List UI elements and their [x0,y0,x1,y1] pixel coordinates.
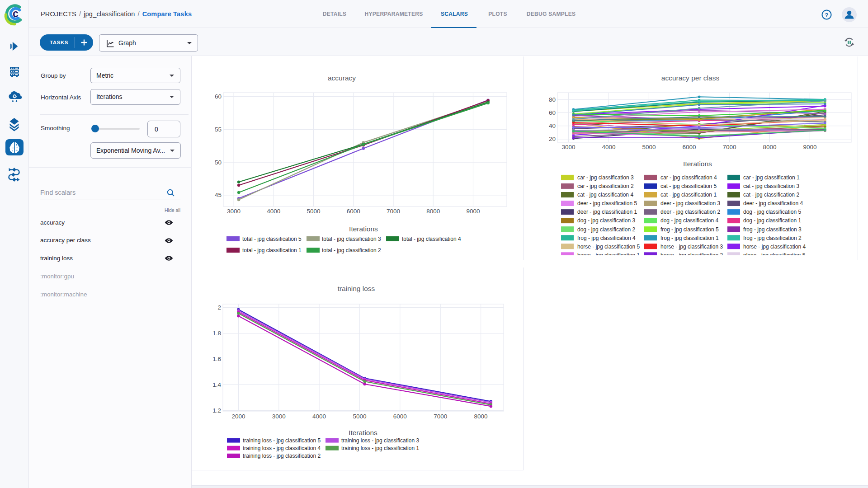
svg-text:60: 60 [549,109,556,116]
svg-text:9000: 9000 [803,144,816,150]
svg-text:7000: 7000 [434,413,447,420]
svg-text:40: 40 [549,122,556,129]
svg-text:frog - jpg classification 2: frog - jpg classification 2 [743,235,802,241]
svg-text:20: 20 [549,136,556,142]
svg-text:45: 45 [215,192,222,198]
svg-text:training loss - jpg classifica: training loss - jpg classification 1 [341,445,419,451]
svg-text:total - jpg classification 5: total - jpg classification 5 [242,236,302,242]
svg-text:1.2: 1.2 [212,407,221,414]
svg-text:8000: 8000 [474,413,488,420]
svg-text:car - jpg classification 3: car - jpg classification 3 [577,174,634,181]
svg-text:3000: 3000 [227,208,241,215]
svg-text:8000: 8000 [763,144,776,150]
svg-text:training loss - jpg classifica: training loss - jpg classification 2 [243,453,321,459]
svg-text:5000: 5000 [353,413,366,420]
svg-text:accuracy: accuracy [328,74,356,82]
svg-text:2000: 2000 [231,413,245,420]
svg-text:dog - jpg classification 2: dog - jpg classification 2 [577,226,635,233]
svg-text:training loss: training loss [338,285,375,292]
svg-text:cat - jpg classification 2: cat - jpg classification 2 [743,192,799,198]
svg-text:4000: 4000 [267,208,280,215]
svg-text:?: ? [825,12,829,19]
svg-text:total - jpg classification 4: total - jpg classification 4 [402,236,461,242]
svg-text:dog - jpg classification 3: dog - jpg classification 3 [577,217,635,224]
svg-text:training loss - jpg classifica: training loss - jpg classification 5 [243,437,321,444]
svg-text:3000: 3000 [272,413,286,420]
svg-text:deer - jpg classification 2: deer - jpg classification 2 [660,209,720,215]
svg-text:frog - jpg classification 5: frog - jpg classification 5 [660,226,719,233]
svg-text:1.6: 1.6 [212,356,221,362]
svg-text:training loss - jpg classifica: training loss - jpg classification 4 [243,445,321,451]
svg-text:frog - jpg classification 1: frog - jpg classification 1 [660,235,719,241]
svg-text:9000: 9000 [466,208,480,215]
svg-text:car - jpg classification 2: car - jpg classification 2 [577,183,634,189]
svg-text:cat - jpg classification 4: cat - jpg classification 4 [577,192,633,198]
svg-text:8000: 8000 [426,208,440,215]
svg-text:horse - jpg classification 3: horse - jpg classification 3 [660,244,723,250]
svg-text:Iterations: Iterations [349,225,378,233]
svg-text:deer - jpg classification 5: deer - jpg classification 5 [577,200,637,206]
svg-text:2: 2 [217,304,221,311]
svg-text:cat - jpg classification 1: cat - jpg classification 1 [660,192,717,198]
svg-text:training loss - jpg classifica: training loss - jpg classification 3 [341,437,419,444]
svg-text:total - jpg classification 2: total - jpg classification 2 [322,247,381,253]
svg-text:80: 80 [549,96,556,103]
svg-text:55: 55 [215,126,222,133]
svg-text:4000: 4000 [312,413,326,420]
svg-text:deer - jpg classification 1: deer - jpg classification 1 [577,209,637,215]
svg-text:6000: 6000 [347,208,360,215]
svg-text:deer - jpg classification 3: deer - jpg classification 3 [660,200,720,206]
svg-text:car - jpg classification 4: car - jpg classification 4 [660,174,717,181]
svg-text:horse - jpg classification 4: horse - jpg classification 4 [743,244,806,250]
svg-text:Iterations: Iterations [683,160,712,168]
svg-text:7000: 7000 [722,144,736,150]
svg-text:7000: 7000 [387,208,400,215]
svg-text:c: c [13,8,19,19]
svg-text:3000: 3000 [561,144,575,150]
svg-text:cat - jpg classification 5: cat - jpg classification 5 [660,183,717,189]
svg-text:dog - jpg classification 1: dog - jpg classification 1 [743,217,801,224]
svg-text:6000: 6000 [682,144,696,150]
svg-text:accuracy per class: accuracy per class [661,74,720,82]
svg-text:5000: 5000 [642,144,656,150]
svg-text:50: 50 [215,159,222,166]
svg-text:Iterations: Iterations [349,429,377,436]
svg-text:horse - jpg classification 5: horse - jpg classification 5 [577,244,640,250]
svg-text:car - jpg classification 1: car - jpg classification 1 [743,174,800,181]
svg-text:1.8: 1.8 [212,330,221,337]
svg-text:1.4: 1.4 [212,381,221,388]
svg-text:total - jpg classification 3: total - jpg classification 3 [322,236,381,242]
svg-text:5000: 5000 [307,208,321,215]
svg-text:frog - jpg classification 3: frog - jpg classification 3 [743,226,802,233]
svg-text:dog - jpg classification 5: dog - jpg classification 5 [743,209,801,215]
svg-text:cat - jpg classification 3: cat - jpg classification 3 [743,183,799,189]
svg-text:6000: 6000 [393,413,407,420]
svg-text:60: 60 [215,93,222,100]
svg-text:dog - jpg classification 4: dog - jpg classification 4 [660,217,718,224]
svg-text:4000: 4000 [602,144,615,150]
svg-text:frog - jpg classification 4: frog - jpg classification 4 [577,235,636,241]
svg-text:deer - jpg classification 4: deer - jpg classification 4 [743,200,803,206]
svg-text:total - jpg classification 1: total - jpg classification 1 [242,247,302,253]
